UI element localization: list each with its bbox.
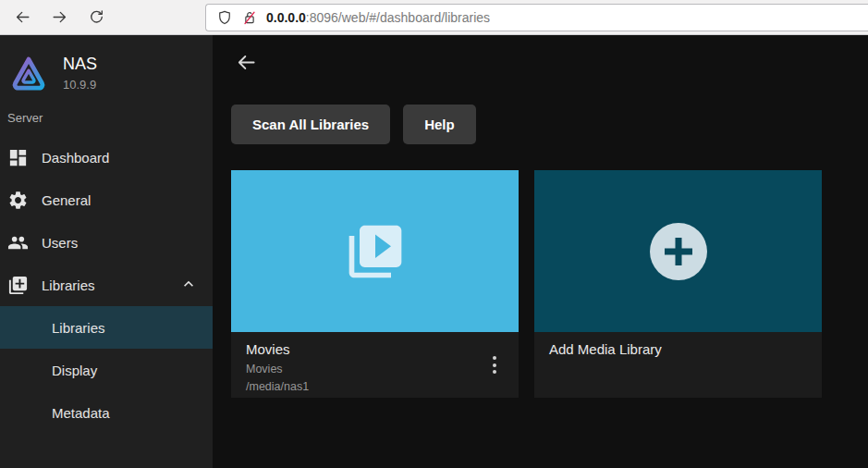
movies-card-meta: Movies Movies /media/nas1: [246, 340, 309, 394]
server-info: NAS 10.9.9: [0, 54, 213, 92]
library-cards: Movies Movies /media/nas1: [231, 170, 850, 398]
reload-icon: [88, 8, 105, 26]
add-plus-icon: [650, 223, 707, 280]
back-nav-button[interactable]: [13, 8, 31, 27]
movies-card-footer: Movies Movies /media/nas1: [231, 332, 519, 398]
library-card-movies[interactable]: Movies Movies /media/nas1: [231, 170, 519, 398]
back-arrow-icon: [236, 52, 257, 73]
url-bar[interactable]: 0.0.0.0:8096/web/#/dashboard/libraries: [205, 4, 868, 31]
scan-all-libraries-button[interactable]: Scan All Libraries: [231, 105, 390, 144]
sidebar-item-label: General: [42, 192, 91, 208]
settings-gear-icon: [7, 190, 29, 211]
insecure-lock-icon: [241, 9, 258, 26]
shield-icon[interactable]: [216, 9, 233, 26]
video-library-icon: [344, 220, 407, 283]
url-text: 0.0.0.0:8096/web/#/dashboard/libraries: [266, 10, 490, 25]
sidebar-subitem-metadata[interactable]: Metadata: [0, 391, 213, 434]
library-path: /media/nas1: [246, 380, 309, 394]
sidebar-item-label: Users: [42, 235, 78, 251]
app-frame: NAS 10.9.9 Server Dashboard General: [0, 35, 868, 468]
help-button[interactable]: Help: [403, 105, 476, 144]
back-arrow-icon: [14, 8, 31, 26]
page-toolbar: Scan All Libraries Help: [231, 105, 850, 144]
browser-toolbar: 0.0.0.0:8096/web/#/dashboard/libraries: [0, 0, 868, 35]
add-card-footer: Add Media Library: [534, 332, 822, 398]
sidebar-item-label: Libraries: [42, 277, 95, 293]
sidebar-subitem-label: Display: [52, 363, 97, 378]
forward-arrow-icon: [51, 8, 68, 26]
movies-card-image[interactable]: [231, 170, 519, 332]
users-icon: [7, 232, 29, 253]
browser-nav-buttons: [0, 8, 205, 27]
sidebar-subitem-display[interactable]: Display: [0, 349, 213, 391]
sidebar-section-label: Server: [0, 111, 213, 125]
server-version: 10.9.9: [63, 78, 97, 92]
sidebar-item-label: Dashboard: [42, 150, 109, 166]
sidebar-subitem-label: Libraries: [52, 320, 105, 336]
sidebar-subitem-label: Metadata: [52, 405, 110, 421]
sidebar-item-libraries[interactable]: Libraries: [0, 264, 213, 306]
sidebar-item-general[interactable]: General: [0, 179, 213, 221]
libraries-page: Scan All Libraries Help Movies Movies /m…: [213, 35, 868, 468]
sidebar-item-users[interactable]: Users: [0, 221, 213, 264]
server-name: NAS: [63, 55, 97, 75]
reload-button[interactable]: [87, 8, 105, 27]
add-library-title: Add Media Library: [549, 340, 662, 359]
page-back-button[interactable]: [234, 50, 258, 74]
library-title: Movies: [246, 340, 309, 359]
jellyfin-logo: [9, 54, 48, 92]
dashboard-icon: [7, 147, 29, 168]
library-type: Movies: [246, 363, 309, 376]
server-identity: NAS 10.9.9: [63, 55, 97, 92]
chevron-up-icon[interactable]: [179, 275, 198, 296]
sidebar-subitem-libraries[interactable]: Libraries: [0, 306, 213, 349]
url-path: :8096/web/#/dashboard/libraries: [306, 10, 490, 25]
library-menu-button[interactable]: [485, 349, 504, 381]
sidebar: NAS 10.9.9 Server Dashboard General: [0, 35, 213, 468]
url-host: 0.0.0.0: [266, 10, 306, 25]
add-library-card[interactable]: Add Media Library: [534, 170, 822, 398]
sidebar-item-dashboard[interactable]: Dashboard: [0, 136, 213, 179]
sidebar-nav: Dashboard General Users Libraries: [0, 136, 213, 434]
forward-nav-button[interactable]: [50, 8, 68, 27]
add-card-image[interactable]: [534, 170, 822, 332]
library-add-icon: [7, 275, 29, 296]
